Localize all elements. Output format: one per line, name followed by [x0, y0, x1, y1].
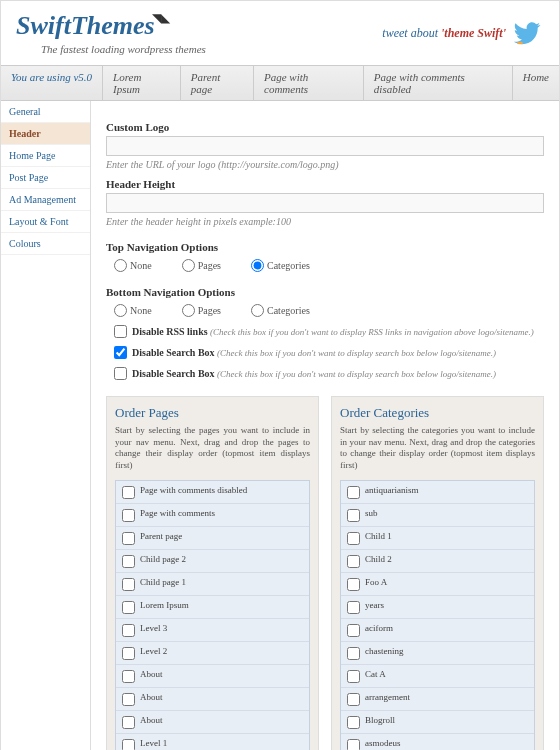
list-item[interactable]: Child 2 [341, 550, 534, 573]
list-item[interactable]: Foo A [341, 573, 534, 596]
list-item[interactable]: aciform [341, 619, 534, 642]
list-item[interactable]: Cat A [341, 665, 534, 688]
list-checkbox[interactable] [122, 670, 135, 683]
radio-option[interactable]: Pages [182, 304, 221, 317]
list-item[interactable]: Lorem Ipsum [116, 596, 309, 619]
list-checkbox[interactable] [347, 555, 360, 568]
list-checkbox[interactable] [122, 601, 135, 614]
list-item-label: chastening [365, 646, 404, 656]
checkbox-input[interactable] [114, 346, 127, 359]
list-checkbox[interactable] [347, 647, 360, 660]
radio-label: Categories [267, 305, 310, 316]
checkbox-input[interactable] [114, 325, 127, 338]
topbar-item[interactable]: Lorem Ipsum [102, 66, 180, 100]
list-checkbox[interactable] [347, 601, 360, 614]
radio-option[interactable]: Categories [251, 304, 310, 317]
topbar-item[interactable]: Home [512, 66, 559, 100]
radio-input[interactable] [251, 259, 264, 272]
list-item[interactable]: About [116, 665, 309, 688]
radio-option[interactable]: None [114, 304, 152, 317]
list-checkbox[interactable] [122, 716, 135, 729]
tweet-link[interactable]: tweet about 'theme Swift' [382, 19, 544, 47]
radio-input[interactable] [182, 259, 195, 272]
list-item-label: sub [365, 508, 378, 518]
checkbox-label: Disable Search Box [132, 368, 217, 379]
list-item[interactable]: About [116, 688, 309, 711]
list-checkbox[interactable] [122, 693, 135, 706]
list-item[interactable]: Child page 1 [116, 573, 309, 596]
list-item[interactable]: Page with comments [116, 504, 309, 527]
sidebar-item[interactable]: Header [1, 123, 90, 145]
list-checkbox[interactable] [347, 670, 360, 683]
order-pages-desc: Start by selecting the pages you want to… [115, 425, 310, 472]
list-item[interactable]: arrangement [341, 688, 534, 711]
radio-option[interactable]: None [114, 259, 152, 272]
sidebar-item[interactable]: Ad Management [1, 189, 90, 211]
order-pages-title: Order Pages [115, 405, 310, 421]
list-checkbox[interactable] [347, 486, 360, 499]
list-checkbox[interactable] [122, 578, 135, 591]
custom-logo-input[interactable] [106, 136, 544, 156]
sidebar-item[interactable]: Layout & Font [1, 211, 90, 233]
list-item[interactable]: Blogroll [341, 711, 534, 734]
list-item[interactable]: Level 1 [116, 734, 309, 750]
header-height-input[interactable] [106, 193, 544, 213]
topbar-item[interactable]: Page with comments disabled [363, 66, 512, 100]
header-height-label: Header Height [106, 178, 544, 190]
list-item-label: Parent page [140, 531, 182, 541]
radio-option[interactable]: Categories [251, 259, 310, 272]
logo-text: SwiftThemes [16, 11, 155, 40]
list-checkbox[interactable] [347, 509, 360, 522]
sidebar-item[interactable]: General [1, 101, 90, 123]
list-item[interactable]: asmodeus [341, 734, 534, 750]
list-checkbox[interactable] [122, 555, 135, 568]
list-item[interactable]: Page with comments disabled [116, 481, 309, 504]
list-checkbox[interactable] [122, 739, 135, 750]
list-item[interactable]: Level 2 [116, 642, 309, 665]
list-item[interactable]: About [116, 711, 309, 734]
sidebar-item[interactable]: Colours [1, 233, 90, 255]
list-checkbox[interactable] [347, 716, 360, 729]
radio-input[interactable] [182, 304, 195, 317]
list-item[interactable]: Level 3 [116, 619, 309, 642]
list-checkbox[interactable] [347, 739, 360, 750]
topbar-item[interactable]: Parent page [180, 66, 253, 100]
svg-point-0 [517, 42, 523, 45]
list-item[interactable]: sub [341, 504, 534, 527]
custom-logo-hint: Enter the URL of your logo (http://yours… [106, 159, 544, 170]
list-checkbox[interactable] [347, 693, 360, 706]
bot-nav-title: Bottom Navigation Options [106, 286, 544, 298]
order-categories-panel: Order Categories Start by selecting the … [331, 396, 544, 750]
list-item[interactable]: Child 1 [341, 527, 534, 550]
radio-input[interactable] [114, 304, 127, 317]
list-checkbox[interactable] [122, 486, 135, 499]
custom-logo-label: Custom Logo [106, 121, 544, 133]
checkbox-hint: (Check this box if you don't want to dis… [217, 369, 496, 379]
list-item[interactable]: Child page 2 [116, 550, 309, 573]
list-item-label: Child 2 [365, 554, 392, 564]
sidebar-item[interactable]: Home Page [1, 145, 90, 167]
list-item-label: years [365, 600, 384, 610]
list-checkbox[interactable] [347, 578, 360, 591]
list-item-label: About [140, 669, 163, 679]
list-checkbox[interactable] [347, 532, 360, 545]
list-checkbox[interactable] [347, 624, 360, 637]
list-item-label: antiquarianism [365, 485, 419, 495]
list-checkbox[interactable] [122, 624, 135, 637]
list-item[interactable]: Parent page [116, 527, 309, 550]
sidebar-item[interactable]: Post Page [1, 167, 90, 189]
list-item[interactable]: years [341, 596, 534, 619]
list-item[interactable]: chastening [341, 642, 534, 665]
radio-input[interactable] [251, 304, 264, 317]
checkbox-input[interactable] [114, 367, 127, 380]
list-item-label: Child 1 [365, 531, 392, 541]
list-checkbox[interactable] [122, 647, 135, 660]
radio-label: Pages [198, 305, 221, 316]
order-cats-title: Order Categories [340, 405, 535, 421]
list-checkbox[interactable] [122, 509, 135, 522]
radio-option[interactable]: Pages [182, 259, 221, 272]
list-checkbox[interactable] [122, 532, 135, 545]
list-item[interactable]: antiquarianism [341, 481, 534, 504]
radio-input[interactable] [114, 259, 127, 272]
topbar-item[interactable]: Page with comments [253, 66, 363, 100]
